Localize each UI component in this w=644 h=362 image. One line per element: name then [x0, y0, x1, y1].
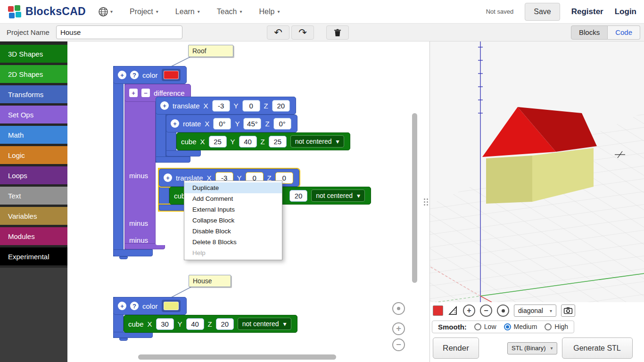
- empty-statement-socket[interactable]: [156, 237, 172, 245]
- z-field[interactable]: 25: [269, 136, 287, 148]
- view-center-button[interactable]: [497, 304, 509, 317]
- plus-mutator-icon[interactable]: +: [171, 119, 179, 128]
- blockly-workspace[interactable]: Roof + ? color + − difference + translat…: [67, 41, 422, 362]
- projection-select[interactable]: diagonal▾: [514, 304, 556, 317]
- context-menu-item-collapse-block[interactable]: Collapse Block: [184, 215, 282, 226]
- project-name-input[interactable]: [56, 25, 182, 39]
- sidebar-item-set-ops[interactable]: Set Ops: [0, 106, 67, 123]
- sidebar-item-modules[interactable]: Modules: [0, 227, 67, 245]
- sidebar-item-experimental[interactable]: Experimental: [0, 247, 67, 265]
- context-menu-item-add-comment[interactable]: Add Comment: [184, 193, 282, 204]
- context-menu-item-duplicate[interactable]: Duplicate: [184, 182, 282, 193]
- y-field[interactable]: 40: [186, 318, 204, 330]
- generate-stl-button[interactable]: Generate STL: [562, 337, 633, 359]
- axes-toggle-button[interactable]: [448, 306, 458, 315]
- zoom-out-button[interactable]: −: [392, 338, 405, 351]
- plus-mutator-icon[interactable]: +: [129, 89, 138, 97]
- color-block-tab: [119, 256, 128, 259]
- rotate-block[interactable]: + rotate X 0° Y 45° Z 0°: [166, 115, 297, 132]
- login-link[interactable]: Login: [615, 7, 636, 16]
- z-field[interactable]: 20: [272, 100, 290, 112]
- panel-divider[interactable]: [422, 41, 429, 362]
- centered-dropdown[interactable]: not centered▾: [290, 135, 344, 148]
- context-menu-item-delete-blocks[interactable]: Delete 8 Blocks: [184, 237, 282, 247]
- save-button[interactable]: Save: [525, 3, 560, 21]
- menu-help[interactable]: Help▾: [259, 8, 280, 16]
- context-menu-item-external-inputs[interactable]: External Inputs: [184, 204, 282, 215]
- color-picker[interactable]: [162, 69, 181, 81]
- brand-title: BlocksCAD: [25, 5, 86, 18]
- z-field[interactable]: 20: [216, 318, 234, 330]
- sidebar-item-transforms[interactable]: Transforms: [0, 85, 67, 103]
- blocks-toggle-button[interactable]: Blocks: [571, 25, 608, 40]
- screenshot-button[interactable]: [561, 304, 575, 317]
- cube-block-3[interactable]: cube X 30 Y 40 Z 20 not centered▾: [124, 315, 297, 333]
- plus-mutator-icon[interactable]: +: [118, 71, 126, 79]
- viewport-3d-scene[interactable]: [430, 41, 644, 302]
- sidebar-item-math[interactable]: Math: [0, 126, 67, 144]
- register-link[interactable]: Register: [571, 7, 603, 16]
- z-field[interactable]: 20: [289, 190, 307, 202]
- plus-mutator-icon[interactable]: +: [118, 302, 126, 310]
- smooth-radio-medium[interactable]: Medium: [504, 323, 537, 330]
- color-block-roof[interactable]: + ? color: [113, 66, 187, 84]
- render-color-swatch[interactable]: [433, 305, 443, 316]
- centered-dropdown[interactable]: not centered▾: [238, 318, 291, 330]
- zoom-in-button[interactable]: +: [392, 322, 405, 335]
- sidebar-item-2d-shapes[interactable]: 2D Shapes: [0, 65, 67, 83]
- project-name-label: Project Name: [7, 28, 50, 36]
- x-field[interactable]: -3: [212, 100, 230, 112]
- sidebar-item-variables[interactable]: Variables: [0, 207, 67, 225]
- brand[interactable]: BlocksCAD: [8, 5, 86, 19]
- color-block-house[interactable]: + ? color: [113, 297, 187, 315]
- code-toggle-button[interactable]: Code: [608, 25, 640, 40]
- trash-button[interactable]: [326, 25, 349, 40]
- viewport-zoom-out-button[interactable]: −: [480, 304, 492, 317]
- vertical-scrollbar[interactable]: [412, 113, 417, 283]
- context-menu-item-help[interactable]: Help: [184, 247, 282, 258]
- y-field[interactable]: 40: [239, 136, 257, 148]
- y-field[interactable]: 0: [242, 100, 260, 112]
- viewport-zoom-in-button[interactable]: +: [463, 304, 475, 317]
- render-button[interactable]: Render: [433, 337, 479, 359]
- empty-statement-socket[interactable]: [156, 220, 172, 228]
- menu-learn[interactable]: Learn▾: [175, 8, 200, 16]
- x-field[interactable]: 0°: [213, 118, 231, 130]
- sidebar-item-loops[interactable]: Loops: [0, 166, 67, 184]
- zoom-reset-button[interactable]: [392, 302, 405, 315]
- menu-teach[interactable]: Teach▾: [217, 8, 242, 16]
- block-label: color: [142, 71, 158, 79]
- minus-mutator-icon[interactable]: −: [141, 89, 150, 97]
- color-swatch: [164, 302, 179, 310]
- plus-mutator-icon[interactable]: +: [164, 173, 172, 182]
- cube-block-1[interactable]: cube X 25 Y 40 Z 25 not centered▾: [176, 132, 350, 150]
- stl-format-select[interactable]: STL (Binary)▾: [507, 342, 557, 354]
- plus-mutator-icon[interactable]: +: [160, 101, 169, 110]
- comment-bubble-house[interactable]: House: [189, 275, 231, 287]
- x-field[interactable]: 25: [209, 136, 227, 148]
- smooth-radio-low[interactable]: Low: [474, 323, 496, 330]
- caret-down-icon: ▾: [156, 9, 158, 14]
- sidebar-item-text[interactable]: Text: [0, 187, 67, 205]
- language-menu[interactable]: ▾: [98, 7, 113, 17]
- z-field[interactable]: 0°: [273, 118, 291, 130]
- color-picker[interactable]: [162, 300, 181, 312]
- horizontal-scrollbar[interactable]: [138, 354, 336, 360]
- color-swatch: [164, 71, 179, 79]
- redo-button[interactable]: ↷: [291, 25, 314, 40]
- menu-project[interactable]: Project▾: [130, 8, 158, 16]
- context-menu-item-disable-block[interactable]: Disable Block: [184, 226, 282, 237]
- comment-bubble-roof[interactable]: Roof: [188, 45, 233, 57]
- translate-block-1[interactable]: + translate X -3 Y 0 Z 20: [156, 97, 296, 115]
- smooth-radio-high[interactable]: High: [545, 323, 568, 330]
- help-icon[interactable]: ?: [130, 71, 139, 79]
- x-field[interactable]: 30: [156, 318, 174, 330]
- help-icon[interactable]: ?: [130, 302, 139, 310]
- y-field[interactable]: 45°: [243, 118, 261, 130]
- zoom-out-icon: −: [484, 306, 488, 315]
- sidebar-item-3d-shapes[interactable]: 3D Shapes: [0, 45, 67, 63]
- sidebar-item-logic[interactable]: Logic: [0, 146, 67, 164]
- radio-icon: [504, 323, 511, 330]
- undo-button[interactable]: ↶: [267, 25, 289, 40]
- centered-dropdown[interactable]: not centered▾: [311, 189, 365, 202]
